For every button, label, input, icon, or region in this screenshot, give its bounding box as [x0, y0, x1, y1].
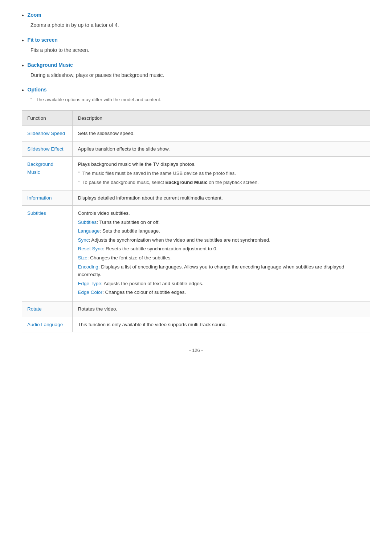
bg-music-note2-text: To pause the background music, select Ba… [82, 179, 259, 186]
bullet-dot-zoom: • [22, 12, 24, 20]
table-header-function: Function [22, 110, 73, 126]
bullet-options: • Options " The available options may di… [22, 86, 370, 103]
page-footer: - 126 - [22, 347, 370, 354]
bg-music-main: Plays background music while the TV disp… [78, 160, 365, 168]
bullet-title-bgmusic: Background Music [28, 61, 73, 69]
subtitles-link-reset-sync: Reset Sync [78, 246, 103, 251]
desc-slideshow-speed: Sets the slideshow speed. [73, 126, 370, 141]
subtitles-line-6: Encoding: Displays a list of encoding la… [78, 263, 365, 279]
subtitles-link-edge-color: Edge Color [78, 290, 102, 295]
bullet-desc-bgmusic: During a slideshow, plays or pauses the … [30, 71, 370, 79]
bullet-bg-music: • Background Music During a slideshow, p… [22, 61, 370, 79]
bullet-dot-options: • [22, 86, 24, 94]
table-row-slideshow-speed: Slideshow Speed Sets the slideshow speed… [22, 126, 370, 141]
desc-bg-music: Plays background music while the TV disp… [73, 157, 370, 190]
bullet-list: • Zoom Zooms a photo in by up to a facto… [22, 11, 370, 104]
subtitles-link-encoding: Encoding [78, 264, 98, 270]
table-row-audio-language: Audio Language This function is only ava… [22, 317, 370, 332]
desc-rotate: Rotates the video. [73, 301, 370, 317]
bullet-desc-zoom: Zooms a photo in by up to a factor of 4. [30, 21, 370, 29]
table-row-bg-music: Background Music Plays background music … [22, 157, 370, 190]
bg-music-note2-pre: To pause the background music, select [82, 180, 165, 185]
bullet-title-fit: Fit to screen [28, 36, 58, 44]
subtitles-line-1: Subtitles: Turns the subtitles on or off… [78, 218, 365, 226]
bullet-title-options: Options [28, 86, 47, 94]
table-header-description: Description [73, 110, 370, 126]
func-rotate: Rotate [27, 306, 42, 312]
bullet-fit-to-screen: • Fit to screen Fits a photo to the scre… [22, 36, 370, 54]
subtitles-link-size: Size [78, 255, 87, 260]
table-row-information: Information Displays detailed informatio… [22, 190, 370, 206]
subtitles-line-4: Reset Sync: Resets the subtitle synchron… [78, 245, 365, 253]
function-table: Function Description Slideshow Speed Set… [22, 110, 370, 333]
func-information: Information [27, 195, 52, 201]
bullet-zoom: • Zoom Zooms a photo in by up to a facto… [22, 11, 370, 29]
subtitles-link-language: Language [78, 228, 99, 234]
func-slideshow-effect: Slideshow Effect [27, 146, 64, 152]
bullet-title-zoom: Zoom [28, 11, 41, 19]
table-row-slideshow-effect: Slideshow Effect Applies transition effe… [22, 141, 370, 157]
func-audio-language: Audio Language [27, 322, 63, 327]
subtitles-line-8: Edge Color: Changes the colour of subtit… [78, 288, 365, 296]
options-note: " The available options may differ with … [30, 96, 370, 104]
desc-slideshow-effect: Applies transition effects to the slide … [73, 141, 370, 157]
subtitles-link-sync: Sync [78, 237, 89, 243]
table-row-subtitles: Subtitles Controls video subtitles. Subt… [22, 206, 370, 301]
subtitles-line-3: Sync: Adjusts the synchronization when t… [78, 236, 365, 244]
bg-music-note1-text: The music files must be saved in the sam… [82, 170, 236, 177]
bullet-dot-bgmusic: • [22, 62, 24, 70]
subtitles-link-subtitles: Subtitles [78, 219, 97, 225]
desc-information: Displays detailed information about the … [73, 190, 370, 206]
page-number: - 126 - [189, 348, 203, 353]
subtitles-link-edge-type: Edge Type [78, 281, 101, 286]
bullet-dot-fit: • [22, 37, 24, 45]
bg-music-note1: " The music files must be saved in the s… [78, 170, 365, 177]
desc-audio-language: This function is only available if the v… [73, 317, 370, 332]
bullet-desc-fit: Fits a photo to the screen. [30, 46, 370, 54]
subtitles-line-2: Language: Sets the subtitle language. [78, 227, 365, 235]
func-bg-music: Background Music [27, 161, 53, 175]
table-header-row: Function Description [22, 110, 370, 126]
bg-music-note2-link: Background Music [165, 180, 207, 185]
func-subtitles: Subtitles [27, 210, 46, 216]
subtitles-line-5: Size: Changes the font size of the subti… [78, 254, 365, 262]
subtitles-line-7: Edge Type: Adjusts the position of text … [78, 280, 365, 288]
subtitles-line-0: Controls video subtitles. [78, 209, 365, 217]
note-mark-options: " [30, 96, 32, 104]
desc-subtitles: Controls video subtitles. Subtitles: Tur… [73, 206, 370, 301]
table-row-rotate: Rotate Rotates the video. [22, 301, 370, 317]
func-slideshow-speed: Slideshow Speed [27, 131, 65, 136]
bg-music-note2: " To pause the background music, select … [78, 179, 365, 186]
options-note-text: The available options may differ with th… [36, 96, 162, 104]
bg-music-note2-post: on the playback screen. [208, 180, 259, 185]
